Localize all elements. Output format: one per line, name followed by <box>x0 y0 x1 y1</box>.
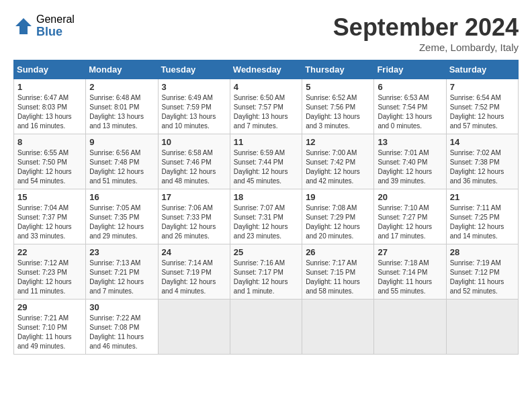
day-number: 26 <box>306 247 370 257</box>
day-number: 1 <box>17 82 82 92</box>
location: Zeme, Lombardy, Italy <box>333 42 519 53</box>
cell-info: Sunrise: 6:48 AMSunset: 8:01 PMDaylight:… <box>89 93 154 131</box>
calendar-cell: 5Sunrise: 6:52 AMSunset: 7:56 PMDaylight… <box>302 79 374 134</box>
column-header-friday: Friday <box>374 60 446 79</box>
cell-info: Sunrise: 7:08 AMSunset: 7:29 PMDaylight:… <box>306 203 370 241</box>
calendar-cell <box>446 300 518 355</box>
day-number: 24 <box>162 247 226 257</box>
day-number: 17 <box>162 192 226 202</box>
calendar-cell: 2Sunrise: 6:48 AMSunset: 8:01 PMDaylight… <box>86 79 158 134</box>
calendar-cell: 27Sunrise: 7:18 AMSunset: 7:14 PMDayligh… <box>374 244 446 300</box>
calendar-cell: 9Sunrise: 6:56 AMSunset: 7:48 PMDaylight… <box>86 134 158 189</box>
calendar-cell: 4Sunrise: 6:50 AMSunset: 7:57 PMDaylight… <box>230 79 302 134</box>
column-header-saturday: Saturday <box>446 60 518 79</box>
day-number: 9 <box>89 137 154 147</box>
day-number: 19 <box>306 192 370 202</box>
page-header: General Blue September 2024 Zeme, Lombar… <box>13 13 519 53</box>
cell-info: Sunrise: 7:16 AMSunset: 7:17 PMDaylight:… <box>234 259 298 296</box>
calendar-cell: 15Sunrise: 7:04 AMSunset: 7:37 PMDayligh… <box>14 189 86 244</box>
calendar-cell: 25Sunrise: 7:16 AMSunset: 7:17 PMDayligh… <box>230 244 302 300</box>
calendar-cell: 20Sunrise: 7:10 AMSunset: 7:27 PMDayligh… <box>374 189 446 244</box>
cell-info: Sunrise: 7:07 AMSunset: 7:31 PMDaylight:… <box>234 203 298 241</box>
day-number: 25 <box>234 247 298 257</box>
cell-info: Sunrise: 7:01 AMSunset: 7:40 PMDaylight:… <box>378 148 442 186</box>
logo: General Blue <box>13 13 75 38</box>
cell-info: Sunrise: 6:54 AMSunset: 7:52 PMDaylight:… <box>450 93 515 131</box>
day-number: 14 <box>450 137 515 147</box>
cell-info: Sunrise: 7:11 AMSunset: 7:25 PMDaylight:… <box>450 203 515 241</box>
day-number: 27 <box>378 247 442 257</box>
day-number: 15 <box>17 192 82 202</box>
day-number: 28 <box>450 247 515 257</box>
calendar-cell: 10Sunrise: 6:58 AMSunset: 7:46 PMDayligh… <box>158 134 230 189</box>
calendar-cell: 22Sunrise: 7:12 AMSunset: 7:23 PMDayligh… <box>14 244 86 300</box>
cell-info: Sunrise: 6:52 AMSunset: 7:56 PMDaylight:… <box>306 93 370 131</box>
calendar-cell <box>230 300 302 355</box>
day-number: 7 <box>450 82 515 92</box>
day-number: 12 <box>306 137 370 147</box>
cell-info: Sunrise: 7:12 AMSunset: 7:23 PMDaylight:… <box>17 259 82 296</box>
day-number: 2 <box>89 82 154 92</box>
day-number: 10 <box>162 137 226 147</box>
day-number: 4 <box>234 82 298 92</box>
calendar-table: SundayMondayTuesdayWednesdayThursdayFrid… <box>13 60 519 355</box>
calendar-cell: 29Sunrise: 7:21 AMSunset: 7:10 PMDayligh… <box>14 300 86 355</box>
cell-info: Sunrise: 7:14 AMSunset: 7:19 PMDaylight:… <box>162 259 226 296</box>
calendar-week-row: 15Sunrise: 7:04 AMSunset: 7:37 PMDayligh… <box>14 189 519 244</box>
calendar-week-row: 22Sunrise: 7:12 AMSunset: 7:23 PMDayligh… <box>14 244 519 300</box>
logo-general: General <box>36 13 75 26</box>
column-header-wednesday: Wednesday <box>230 60 302 79</box>
logo-icon <box>13 16 34 36</box>
cell-info: Sunrise: 6:53 AMSunset: 7:54 PMDaylight:… <box>378 93 442 131</box>
cell-info: Sunrise: 7:13 AMSunset: 7:21 PMDaylight:… <box>89 259 154 296</box>
calendar-cell <box>302 300 374 355</box>
day-number: 20 <box>378 192 442 202</box>
cell-info: Sunrise: 7:18 AMSunset: 7:14 PMDaylight:… <box>378 259 442 296</box>
column-header-monday: Monday <box>86 60 158 79</box>
cell-info: Sunrise: 6:58 AMSunset: 7:46 PMDaylight:… <box>162 148 226 186</box>
cell-info: Sunrise: 7:00 AMSunset: 7:42 PMDaylight:… <box>306 148 370 186</box>
calendar-cell: 26Sunrise: 7:17 AMSunset: 7:15 PMDayligh… <box>302 244 374 300</box>
calendar-week-row: 29Sunrise: 7:21 AMSunset: 7:10 PMDayligh… <box>14 300 519 355</box>
cell-info: Sunrise: 6:56 AMSunset: 7:48 PMDaylight:… <box>89 148 154 186</box>
calendar-cell: 3Sunrise: 6:49 AMSunset: 7:59 PMDaylight… <box>158 79 230 134</box>
cell-info: Sunrise: 6:47 AMSunset: 8:03 PMDaylight:… <box>17 93 82 131</box>
day-number: 5 <box>306 82 370 92</box>
cell-info: Sunrise: 7:17 AMSunset: 7:15 PMDaylight:… <box>306 259 370 296</box>
month-title: September 2024 <box>333 13 519 42</box>
calendar-cell: 30Sunrise: 7:22 AMSunset: 7:08 PMDayligh… <box>86 300 158 355</box>
calendar-cell <box>158 300 230 355</box>
calendar-cell: 13Sunrise: 7:01 AMSunset: 7:40 PMDayligh… <box>374 134 446 189</box>
day-number: 29 <box>17 302 82 312</box>
column-header-thursday: Thursday <box>302 60 374 79</box>
day-number: 6 <box>378 82 442 92</box>
calendar-cell: 23Sunrise: 7:13 AMSunset: 7:21 PMDayligh… <box>86 244 158 300</box>
calendar-cell: 8Sunrise: 6:55 AMSunset: 7:50 PMDaylight… <box>14 134 86 189</box>
day-number: 13 <box>378 137 442 147</box>
calendar-cell: 19Sunrise: 7:08 AMSunset: 7:29 PMDayligh… <box>302 189 374 244</box>
cell-info: Sunrise: 6:59 AMSunset: 7:44 PMDaylight:… <box>234 148 298 186</box>
calendar-cell: 21Sunrise: 7:11 AMSunset: 7:25 PMDayligh… <box>446 189 518 244</box>
cell-info: Sunrise: 7:22 AMSunset: 7:08 PMDaylight:… <box>89 314 154 351</box>
calendar-cell: 18Sunrise: 7:07 AMSunset: 7:31 PMDayligh… <box>230 189 302 244</box>
calendar-cell: 11Sunrise: 6:59 AMSunset: 7:44 PMDayligh… <box>230 134 302 189</box>
column-header-sunday: Sunday <box>14 60 86 79</box>
calendar-cell: 24Sunrise: 7:14 AMSunset: 7:19 PMDayligh… <box>158 244 230 300</box>
day-number: 23 <box>89 247 154 257</box>
cell-info: Sunrise: 7:02 AMSunset: 7:38 PMDaylight:… <box>450 148 515 186</box>
svg-marker-0 <box>15 18 32 34</box>
column-header-tuesday: Tuesday <box>158 60 230 79</box>
calendar-cell: 1Sunrise: 6:47 AMSunset: 8:03 PMDaylight… <box>14 79 86 134</box>
logo-blue: Blue <box>36 26 75 39</box>
calendar-cell: 7Sunrise: 6:54 AMSunset: 7:52 PMDaylight… <box>446 79 518 134</box>
cell-info: Sunrise: 7:06 AMSunset: 7:33 PMDaylight:… <box>162 203 226 241</box>
day-number: 22 <box>17 247 82 257</box>
day-number: 3 <box>162 82 226 92</box>
calendar-cell: 12Sunrise: 7:00 AMSunset: 7:42 PMDayligh… <box>302 134 374 189</box>
day-number: 16 <box>89 192 154 202</box>
day-number: 11 <box>234 137 298 147</box>
day-number: 30 <box>89 302 154 312</box>
calendar-week-row: 8Sunrise: 6:55 AMSunset: 7:50 PMDaylight… <box>14 134 519 189</box>
title-block: September 2024 Zeme, Lombardy, Italy <box>333 13 519 53</box>
cell-info: Sunrise: 7:10 AMSunset: 7:27 PMDaylight:… <box>378 203 442 241</box>
